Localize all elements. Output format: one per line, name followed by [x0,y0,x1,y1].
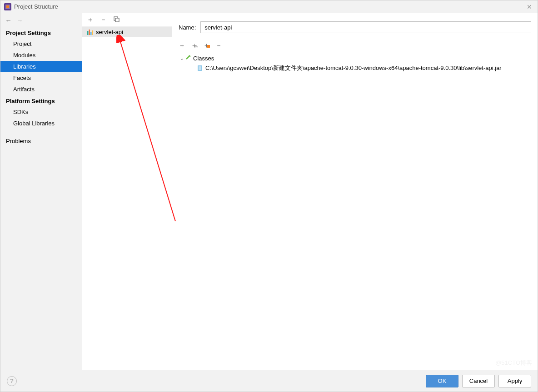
library-list-panel: ＋ － servlet-api [82,13,172,370]
tree-jar-item[interactable]: C:\Users\gcswei\Desktop\新建文件夹\apache-tom… [179,63,531,73]
project-settings-header: Project Settings [0,27,82,38]
library-icon [87,29,93,35]
chevron-down-icon[interactable]: ⌄ [179,56,185,61]
name-row: Name: [179,21,531,33]
sidebar-item-sdks[interactable]: SDKs [0,106,82,118]
sidebar-item-problems[interactable]: Problems [0,135,82,147]
svg-rect-10 [198,65,202,71]
svg-rect-6 [89,30,90,35]
name-input[interactable] [200,21,531,33]
forward-arrow-icon[interactable]: → [16,16,23,24]
svg-rect-8 [92,30,93,35]
add-framework-icon[interactable]: ＋ [203,41,210,50]
platform-settings-header: Platform Settings [0,95,82,106]
close-icon[interactable]: ✕ [525,3,534,10]
svg-rect-5 [87,31,89,35]
library-toolbar: ＋ － [82,13,172,27]
help-icon[interactable]: ? [7,376,17,386]
ok-button[interactable]: OK [426,375,458,387]
add-module-icon[interactable]: ＋◎ [191,41,198,50]
svg-rect-7 [90,32,92,35]
hammer-icon [185,55,191,62]
apply-button[interactable]: Apply [498,375,531,387]
svg-rect-4 [115,18,119,22]
sidebar-item-facets[interactable]: Facets [0,72,82,84]
tree-classes-label: Classes [193,55,214,62]
titlebar: Project Structure ✕ [0,0,538,13]
details-panel: Name: ＋ ＋◎ ＋ － ⌄ Classes [172,13,538,370]
remove-icon[interactable]: － [100,15,107,24]
back-arrow-icon[interactable]: ← [5,16,12,24]
sidebar-item-project[interactable]: Project [0,38,82,50]
add-icon[interactable]: ＋ [87,15,94,24]
tree-jar-path: C:\Users\gcswei\Desktop\新建文件夹\apache-tom… [205,64,502,72]
footer: ? OK Cancel Apply [0,370,538,392]
window-title: Project Structure [14,3,525,10]
app-icon [4,3,11,10]
add-root-icon[interactable]: ＋ [179,41,185,50]
remove-root-icon[interactable]: － [215,41,222,50]
sidebar-item-modules[interactable]: Modules [0,50,82,61]
sidebar-item-artifacts[interactable]: Artifacts [0,84,82,95]
tree-classes-node[interactable]: ⌄ Classes [179,54,531,63]
copy-icon[interactable] [113,16,120,24]
svg-rect-2 [6,5,9,8]
library-item-label: servlet-api [96,29,123,35]
library-item[interactable]: servlet-api [82,27,172,37]
sidebar: ← → Project Settings Project Modules Lib… [0,13,82,370]
sidebar-item-libraries[interactable]: Libraries [0,61,82,72]
jar-icon [197,65,203,71]
library-list: servlet-api [82,27,172,370]
classpath-toolbar: ＋ ＋◎ ＋ － [179,40,531,53]
sidebar-item-global-libraries[interactable]: Global Libraries [0,118,82,129]
cancel-button[interactable]: Cancel [462,375,495,387]
classpath-tree: ⌄ Classes C:\Users\gcswei\Desktop\新建文件夹\… [179,53,531,74]
sidebar-nav: ← → [0,13,82,27]
main-area: ← → Project Settings Project Modules Lib… [0,13,538,370]
name-label: Name: [179,24,196,31]
